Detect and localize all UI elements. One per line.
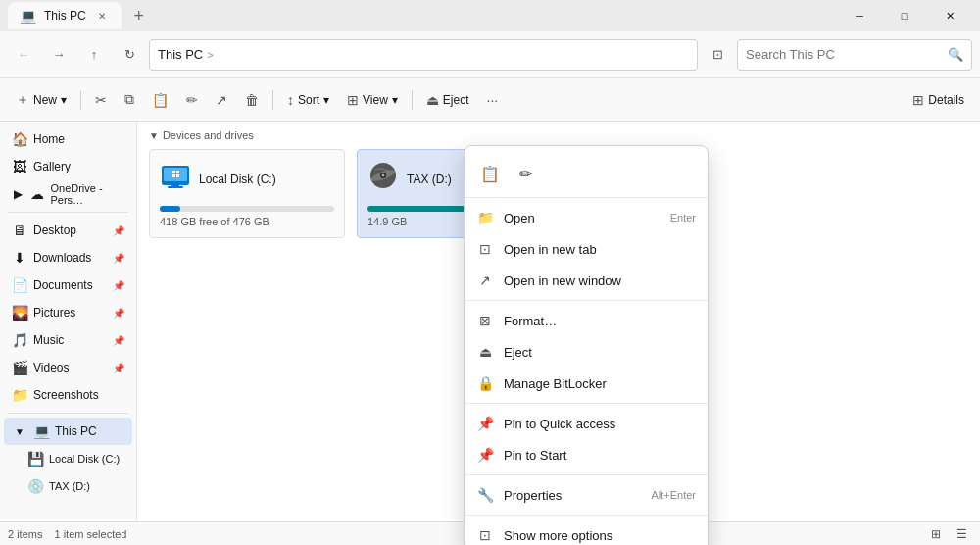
ctx-open-new-window[interactable]: ↗ Open in new window bbox=[465, 265, 708, 296]
ctx-rename-icon-button[interactable]: ✏ bbox=[508, 156, 543, 191]
context-top-icons: 📋 ✏ bbox=[465, 150, 708, 198]
ctx-pin-start-label: Pin to Start bbox=[504, 448, 696, 463]
context-menu-overlay[interactable]: 📋 ✏ 📁 Open Enter ⊡ Open in new tab ↗ Ope… bbox=[0, 0, 980, 545]
ctx-separator-2 bbox=[465, 403, 708, 404]
ctx-more-options-label: Show more options bbox=[504, 528, 696, 543]
ctx-format[interactable]: ⊠ Format… bbox=[465, 305, 708, 336]
ctx-separator-1 bbox=[465, 300, 708, 301]
ctx-format-icon: ⊠ bbox=[476, 313, 494, 328]
ctx-eject-label: Eject bbox=[504, 345, 696, 360]
ctx-pin-start[interactable]: 📌 Pin to Start bbox=[465, 439, 708, 471]
ctx-bitlocker-icon: 🔒 bbox=[476, 375, 494, 391]
ctx-separator-3 bbox=[465, 474, 708, 475]
ctx-open-new-window-label: Open in new window bbox=[504, 273, 696, 288]
ctx-copy-icon-button[interactable]: 📋 bbox=[472, 156, 508, 191]
ctx-pin-quickaccess[interactable]: 📌 Pin to Quick access bbox=[465, 408, 708, 439]
ctx-properties-shortcut: Alt+Enter bbox=[651, 489, 696, 501]
ctx-open-icon: 📁 bbox=[476, 210, 494, 225]
ctx-open-new-window-icon: ↗ bbox=[476, 272, 494, 288]
ctx-open[interactable]: 📁 Open Enter bbox=[465, 202, 708, 233]
ctx-pin-start-icon: 📌 bbox=[476, 447, 494, 463]
ctx-bitlocker[interactable]: 🔒 Manage BitLocker bbox=[465, 368, 708, 399]
ctx-open-new-tab-label: Open in new tab bbox=[504, 242, 696, 257]
context-menu: 📋 ✏ 📁 Open Enter ⊡ Open in new tab ↗ Ope… bbox=[464, 145, 709, 545]
ctx-pin-quickaccess-icon: 📌 bbox=[476, 416, 494, 431]
ctx-pin-quickaccess-label: Pin to Quick access bbox=[504, 417, 696, 431]
ctx-eject-icon: ⏏ bbox=[476, 344, 494, 360]
ctx-open-label: Open bbox=[504, 211, 661, 225]
ctx-properties-label: Properties bbox=[504, 488, 641, 503]
ctx-open-shortcut: Enter bbox=[670, 212, 696, 223]
ctx-open-new-tab-icon: ⊡ bbox=[476, 241, 494, 257]
ctx-eject[interactable]: ⏏ Eject bbox=[465, 336, 708, 368]
ctx-format-label: Format… bbox=[504, 314, 696, 328]
ctx-open-new-tab[interactable]: ⊡ Open in new tab bbox=[465, 233, 708, 265]
ctx-more-options-icon: ⊡ bbox=[476, 527, 494, 543]
ctx-more-options[interactable]: ⊡ Show more options bbox=[465, 520, 708, 545]
ctx-properties[interactable]: 🔧 Properties Alt+Enter bbox=[465, 479, 708, 511]
ctx-properties-icon: 🔧 bbox=[476, 487, 494, 503]
ctx-separator-4 bbox=[465, 515, 708, 516]
ctx-bitlocker-label: Manage BitLocker bbox=[504, 376, 696, 391]
